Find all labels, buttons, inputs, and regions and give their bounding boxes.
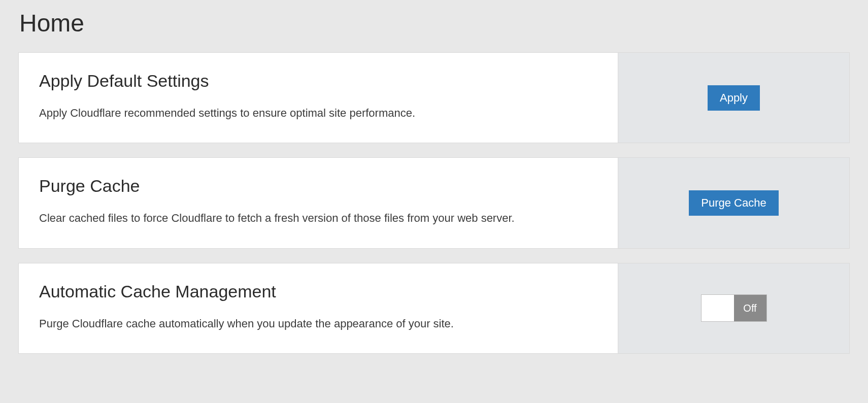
card-action-area: Off xyxy=(618,263,849,353)
card-content: Purge Cache Clear cached files to force … xyxy=(19,158,618,248)
card-desc-auto-cache: Purge Cloudflare cache automatically whe… xyxy=(39,315,597,333)
toggle-off-side: Off xyxy=(734,295,766,321)
toggle-on-side xyxy=(702,295,734,321)
card-title-auto-cache: Automatic Cache Management xyxy=(39,282,597,301)
card-title-purge-cache: Purge Cache xyxy=(39,176,597,196)
card-title-apply-default: Apply Default Settings xyxy=(39,71,597,91)
apply-button[interactable]: Apply xyxy=(708,85,760,111)
card-desc-apply-default: Apply Cloudflare recommended settings to… xyxy=(39,104,597,122)
card-desc-purge-cache: Clear cached files to force Cloudflare t… xyxy=(39,209,597,227)
card-content: Apply Default Settings Apply Cloudflare … xyxy=(19,53,618,143)
card-action-area: Apply xyxy=(618,53,849,143)
card-apply-default: Apply Default Settings Apply Cloudflare … xyxy=(18,52,850,143)
page-title: Home xyxy=(19,9,850,37)
card-action-area: Purge Cache xyxy=(618,158,849,248)
card-content: Automatic Cache Management Purge Cloudfl… xyxy=(19,263,618,353)
purge-cache-button[interactable]: Purge Cache xyxy=(689,190,778,216)
card-purge-cache: Purge Cache Clear cached files to force … xyxy=(18,157,850,248)
auto-cache-toggle[interactable]: Off xyxy=(701,294,767,322)
card-auto-cache: Automatic Cache Management Purge Cloudfl… xyxy=(18,263,850,354)
